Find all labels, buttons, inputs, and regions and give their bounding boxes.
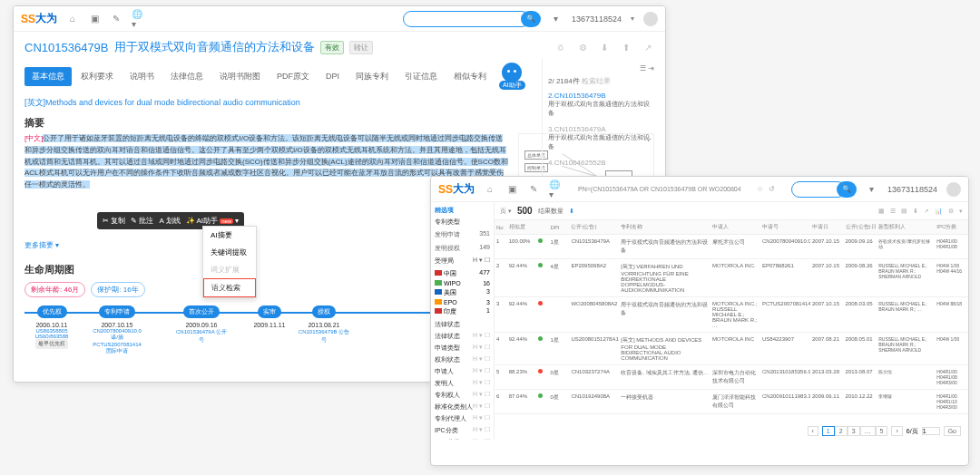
col-header[interactable]: DPI [549, 220, 570, 235]
tab-citation[interactable]: 引证信息 [397, 67, 445, 86]
filter-group[interactable]: 专利权人H ▾ ☐ [435, 391, 490, 400]
col-header[interactable]: 公开(公告) [569, 220, 619, 235]
dropdown-semantic-search[interactable]: 语义检索 [203, 278, 256, 297]
page-number[interactable]: … [860, 426, 876, 436]
col-header[interactable]: 公开(公告)日 [844, 220, 877, 235]
page-number[interactable]: 3 [848, 426, 860, 436]
page-number[interactable]: 5 [876, 426, 888, 436]
goto-button[interactable]: Go [944, 426, 961, 436]
col-header[interactable]: 申请号 [760, 220, 810, 235]
col-header[interactable]: 申请人 [710, 220, 760, 235]
tab-pdf[interactable]: PDF原文 [270, 67, 317, 86]
filter-region-item[interactable]: 美国3 [435, 287, 490, 298]
col-header[interactable] [536, 220, 549, 235]
globe-icon[interactable]: 🌐▾ [132, 13, 144, 25]
cube-icon[interactable]: ▣ [505, 183, 518, 196]
tl-grant[interactable]: 授权 [312, 305, 336, 318]
col-header[interactable]: 相似度 [507, 220, 536, 235]
filter-group[interactable]: 标准化类别人H ▾ ☐ [435, 402, 490, 412]
history-icon[interactable]: ↺ [769, 185, 775, 193]
tab-family[interactable]: 同族专利 [348, 67, 396, 86]
page-number[interactable]: 1 [822, 426, 835, 436]
download-icon[interactable]: ⬇ [913, 208, 918, 215]
list-icon[interactable]: ☰ [640, 64, 646, 73]
tab-desc[interactable]: 说明书 [122, 67, 162, 86]
tl-first-pub[interactable]: 首次公开 [183, 305, 220, 318]
gear-icon[interactable]: ⚙ [576, 41, 589, 53]
col-header[interactable]: 专利名称 [619, 220, 710, 235]
filter-region-item[interactable]: 印度1 [435, 306, 490, 317]
globe-icon[interactable]: 🌐▾ [549, 183, 562, 196]
filter-group[interactable]: 发明人H ▾ ☐ [435, 379, 490, 388]
popup-note[interactable]: ✎ 批注 [131, 216, 153, 226]
dropdown-expand[interactable]: 词义扩展 [203, 261, 256, 278]
card-icon[interactable]: ▤ [901, 208, 907, 215]
filter-region-item[interactable]: WIPO16 [435, 279, 490, 287]
side-item[interactable]: 2.CN101536479B 用于双模式双向音频通信的方法和设备 [548, 90, 654, 120]
filter-group[interactable]: 权利状态H ▾ ☐ [435, 355, 490, 364]
settings-icon[interactable]: ⚙ [948, 208, 954, 215]
tab-dpi[interactable]: DPI [318, 68, 347, 84]
avatar[interactable] [643, 12, 658, 26]
filter-icon[interactable]: ▾ [959, 208, 963, 215]
popup-underline[interactable]: A 划线 [159, 216, 180, 226]
dropdown-ai-summary[interactable]: AI摘要 [203, 227, 256, 244]
tab-basic[interactable]: 基本信息 [24, 67, 72, 86]
filter-group[interactable]: 法律状态H ▾ ☐ [435, 332, 490, 341]
table-row[interactable]: 5 88.23% 0星 CN103237274A 收音设备, 域实及其工作方法,… [495, 365, 968, 390]
tab-legal[interactable]: 法律信息 [163, 67, 211, 86]
home-icon[interactable]: ⌂ [484, 183, 496, 196]
table-row[interactable]: 3 92.44% WO2008045808A2 用于双模式双向音频通信的方法和设… [495, 297, 968, 333]
bell-icon[interactable]: ▾ [866, 183, 878, 196]
filter-group[interactable]: 申请人H ▾ ☐ [435, 367, 490, 376]
upload-icon[interactable]: ⬆ [620, 41, 632, 53]
lamp-icon[interactable]: ⛭ [554, 41, 567, 53]
filter-group[interactable]: LOC分类H ▾ ☐ [435, 438, 490, 440]
col-header[interactable]: IPC分类 [935, 220, 968, 235]
filter-region-item[interactable]: EPO3 [435, 298, 490, 306]
download-icon[interactable]: ⬇ [598, 41, 611, 53]
share-icon[interactable]: ↗ [642, 41, 654, 53]
filter-region-item[interactable]: 中国477 [435, 268, 490, 279]
table-row[interactable]: 1 100.00% 1星 CN101536479A 用于双模式双向音频通信的方法… [495, 235, 968, 259]
tl-application[interactable]: 专利申请 [99, 305, 135, 318]
tab-similar[interactable]: 相似专利 [446, 67, 494, 86]
page-next[interactable]: › [891, 426, 902, 436]
export-icon[interactable]: ↗ [924, 208, 929, 215]
popup-copy[interactable]: ✂ 复制 [103, 216, 125, 226]
side-item[interactable]: 4.CN106462552B [548, 157, 654, 169]
bell-icon[interactable]: ▾ [550, 13, 563, 25]
chart-icon[interactable]: 📊 [935, 208, 943, 215]
avatar[interactable] [946, 182, 961, 197]
page-number[interactable]: 2 [835, 426, 848, 436]
filter-group[interactable]: 申请类型H ▾ ☐ [435, 344, 490, 353]
edit-icon[interactable]: ✎ [110, 13, 122, 25]
filter-group[interactable]: IPC分类H ▾ ☐ [435, 426, 490, 435]
dropdown-keyword[interactable]: 关键词提取 [203, 244, 256, 261]
edit-icon[interactable]: ✎ [527, 183, 540, 196]
side-item[interactable]: 3.CN101536479A 用于双模式双向音频通信的方法和设备 [548, 123, 654, 153]
bookmark-icon[interactable]: ☆ [757, 185, 763, 193]
tl-exam[interactable]: 实审 [258, 305, 281, 318]
home-icon[interactable]: ⌂ [66, 13, 79, 25]
col-header[interactable]: 申请日 [810, 220, 844, 235]
page-prev[interactable]: ‹ [808, 426, 818, 436]
collapse-icon[interactable]: ⇥ [648, 64, 654, 73]
popup-ai[interactable]: ✨ AI助手 new ▾ [186, 216, 240, 226]
cube-icon[interactable]: ▣ [88, 13, 101, 25]
table-row[interactable]: 2 92.44% 4星 EP2095098A2 [英文] VERFAHREN U… [495, 259, 968, 297]
search-button-2[interactable]: 🔍 [837, 181, 857, 198]
grid-icon[interactable]: ▦ [878, 208, 885, 215]
list-icon[interactable]: ☰ [890, 208, 896, 215]
table-row[interactable]: 6 87.04% 0星 CN101924908A 一种接受机器 厦门泽泽智能科技… [495, 390, 968, 414]
col-header[interactable]: 新型权利人 [877, 220, 935, 235]
table-row[interactable]: 4 92.44% 1星 US20080151278A1 [英文] METHODS… [495, 333, 968, 365]
search-button[interactable]: 🔍 [521, 11, 541, 27]
search-input[interactable] [403, 11, 530, 27]
filter-group[interactable]: 专利代理人H ▾ ☐ [435, 414, 490, 423]
goto-input[interactable] [922, 427, 940, 435]
tab-figs[interactable]: 说明书附图 [212, 67, 268, 86]
col-header[interactable]: No [495, 220, 507, 235]
tl-priority[interactable]: 优先权 [37, 305, 67, 318]
tab-claims[interactable]: 权利要求 [74, 67, 121, 86]
